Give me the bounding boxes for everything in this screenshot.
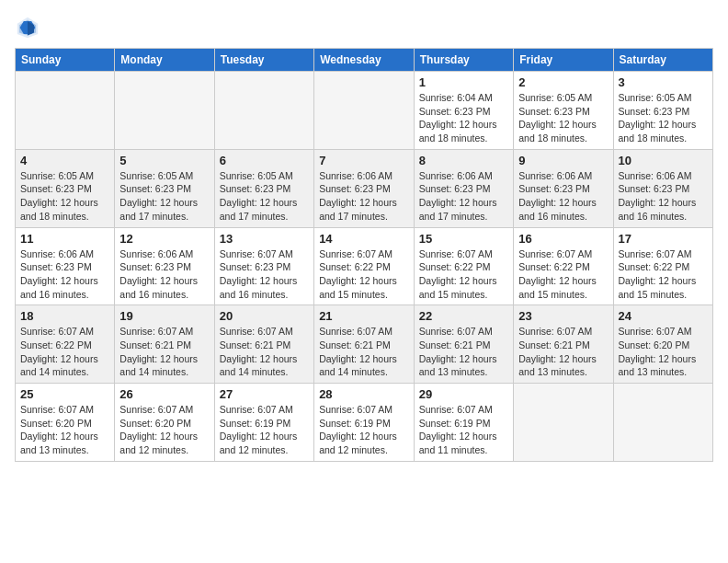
calendar-day-cell: 26Sunrise: 6:07 AMSunset: 6:20 PMDayligh… [115,384,214,462]
day-info: Sunrise: 6:07 AMSunset: 6:21 PMDaylight:… [419,325,508,379]
calendar-day-cell [214,72,313,150]
calendar-day-cell: 4Sunrise: 6:05 AMSunset: 6:23 PMDaylight… [16,149,115,227]
calendar-day-cell: 27Sunrise: 6:07 AMSunset: 6:19 PMDayligh… [214,384,313,462]
weekday-header-wednesday: Wednesday [314,49,415,72]
calendar-day-cell: 15Sunrise: 6:07 AMSunset: 6:22 PMDayligh… [414,227,513,305]
weekday-header-saturday: Saturday [613,49,713,72]
day-number: 4 [20,154,109,167]
day-info: Sunrise: 6:05 AMSunset: 6:23 PMDaylight:… [119,169,209,224]
day-info: Sunrise: 6:07 AMSunset: 6:20 PMDaylight:… [20,403,109,457]
day-number: 2 [518,75,608,89]
day-number: 26 [119,387,209,401]
day-number: 19 [119,309,209,323]
day-info: Sunrise: 6:05 AMSunset: 6:23 PMDaylight:… [518,91,608,145]
day-info: Sunrise: 6:06 AMSunset: 6:23 PMDaylight:… [119,247,209,302]
day-info: Sunrise: 6:07 AMSunset: 6:21 PMDaylight:… [319,325,409,379]
day-number: 22 [419,309,508,323]
page-header [15,15,713,40]
logo [15,15,44,40]
calendar-week-row: 4Sunrise: 6:05 AMSunset: 6:23 PMDaylight… [16,149,713,227]
calendar-week-row: 18Sunrise: 6:07 AMSunset: 6:22 PMDayligh… [16,305,713,384]
calendar-day-cell: 18Sunrise: 6:07 AMSunset: 6:22 PMDayligh… [16,305,115,384]
calendar-day-cell: 21Sunrise: 6:07 AMSunset: 6:21 PMDayligh… [314,305,415,384]
calendar-day-cell [514,384,613,462]
calendar-day-cell: 6Sunrise: 6:05 AMSunset: 6:23 PMDaylight… [214,149,313,227]
calendar-day-cell: 3Sunrise: 6:05 AMSunset: 6:23 PMDaylight… [613,72,713,150]
day-info: Sunrise: 6:07 AMSunset: 6:19 PMDaylight:… [319,403,409,457]
day-number: 24 [619,309,709,323]
calendar-day-cell: 20Sunrise: 6:07 AMSunset: 6:21 PMDayligh… [214,305,313,384]
day-number: 6 [220,154,309,167]
calendar-day-cell: 14Sunrise: 6:07 AMSunset: 6:22 PMDayligh… [314,227,415,305]
calendar-header-row: SundayMondayTuesdayWednesdayThursdayFrid… [16,49,713,72]
day-info: Sunrise: 6:06 AMSunset: 6:23 PMDaylight:… [419,169,508,224]
day-number: 18 [20,309,109,323]
calendar-day-cell: 22Sunrise: 6:07 AMSunset: 6:21 PMDayligh… [414,305,513,384]
day-number: 9 [518,154,608,167]
day-number: 16 [518,232,608,246]
calendar-day-cell: 25Sunrise: 6:07 AMSunset: 6:20 PMDayligh… [16,384,115,462]
calendar-day-cell: 16Sunrise: 6:07 AMSunset: 6:22 PMDayligh… [514,227,613,305]
day-info: Sunrise: 6:07 AMSunset: 6:22 PMDaylight:… [619,247,709,302]
day-number: 11 [20,232,109,246]
calendar-day-cell: 2Sunrise: 6:05 AMSunset: 6:23 PMDaylight… [514,72,613,150]
calendar-day-cell: 17Sunrise: 6:07 AMSunset: 6:22 PMDayligh… [613,227,713,305]
calendar-week-row: 11Sunrise: 6:06 AMSunset: 6:23 PMDayligh… [16,227,713,305]
day-info: Sunrise: 6:05 AMSunset: 6:23 PMDaylight:… [619,91,709,145]
calendar-day-cell [16,72,115,150]
calendar-day-cell: 23Sunrise: 6:07 AMSunset: 6:21 PMDayligh… [514,305,613,384]
calendar-day-cell [613,384,713,462]
day-info: Sunrise: 6:06 AMSunset: 6:23 PMDaylight:… [20,247,109,302]
day-info: Sunrise: 6:07 AMSunset: 6:21 PMDaylight:… [220,325,309,379]
calendar-table: SundayMondayTuesdayWednesdayThursdayFrid… [15,48,713,462]
day-info: Sunrise: 6:07 AMSunset: 6:20 PMDaylight:… [119,403,209,457]
day-info: Sunrise: 6:07 AMSunset: 6:22 PMDaylight:… [319,247,409,302]
calendar-day-cell: 8Sunrise: 6:06 AMSunset: 6:23 PMDaylight… [414,149,513,227]
day-number: 27 [220,387,309,401]
weekday-header-friday: Friday [514,49,613,72]
calendar-day-cell: 10Sunrise: 6:06 AMSunset: 6:23 PMDayligh… [613,149,713,227]
day-info: Sunrise: 6:07 AMSunset: 6:21 PMDaylight:… [518,325,608,379]
day-info: Sunrise: 6:07 AMSunset: 6:20 PMDaylight:… [619,325,709,379]
day-info: Sunrise: 6:06 AMSunset: 6:23 PMDaylight:… [518,169,608,224]
weekday-header-monday: Monday [115,49,214,72]
calendar-day-cell: 9Sunrise: 6:06 AMSunset: 6:23 PMDaylight… [514,149,613,227]
calendar-week-row: 25Sunrise: 6:07 AMSunset: 6:20 PMDayligh… [16,384,713,462]
calendar-week-row: 1Sunrise: 6:04 AMSunset: 6:23 PMDaylight… [16,72,713,150]
day-info: Sunrise: 6:07 AMSunset: 6:19 PMDaylight:… [220,403,309,457]
day-number: 25 [20,387,109,401]
calendar-day-cell: 19Sunrise: 6:07 AMSunset: 6:21 PMDayligh… [115,305,214,384]
day-info: Sunrise: 6:07 AMSunset: 6:23 PMDaylight:… [220,247,309,302]
day-number: 3 [619,75,709,89]
day-info: Sunrise: 6:05 AMSunset: 6:23 PMDaylight:… [220,169,309,224]
day-number: 17 [619,232,709,246]
day-number: 29 [419,387,508,401]
calendar-day-cell: 1Sunrise: 6:04 AMSunset: 6:23 PMDaylight… [414,72,513,150]
day-number: 1 [419,75,508,89]
day-number: 10 [619,154,709,167]
day-info: Sunrise: 6:06 AMSunset: 6:23 PMDaylight:… [319,169,409,224]
day-info: Sunrise: 6:05 AMSunset: 6:23 PMDaylight:… [20,169,109,224]
calendar-day-cell: 5Sunrise: 6:05 AMSunset: 6:23 PMDaylight… [115,149,214,227]
calendar-day-cell [115,72,214,150]
day-number: 28 [319,387,409,401]
calendar-day-cell [314,72,415,150]
day-number: 23 [518,309,608,323]
day-number: 5 [119,154,209,167]
day-info: Sunrise: 6:07 AMSunset: 6:21 PMDaylight:… [119,325,209,379]
calendar-day-cell: 7Sunrise: 6:06 AMSunset: 6:23 PMDaylight… [314,149,415,227]
day-info: Sunrise: 6:07 AMSunset: 6:22 PMDaylight:… [419,247,508,302]
day-number: 12 [119,232,209,246]
day-number: 15 [419,232,508,246]
calendar-day-cell: 29Sunrise: 6:07 AMSunset: 6:19 PMDayligh… [414,384,513,462]
weekday-header-tuesday: Tuesday [214,49,313,72]
day-info: Sunrise: 6:07 AMSunset: 6:19 PMDaylight:… [419,403,508,457]
day-number: 13 [220,232,309,246]
day-info: Sunrise: 6:07 AMSunset: 6:22 PMDaylight:… [518,247,608,302]
calendar-day-cell: 28Sunrise: 6:07 AMSunset: 6:19 PMDayligh… [314,384,415,462]
day-number: 7 [319,154,409,167]
weekday-header-sunday: Sunday [16,49,115,72]
calendar-day-cell: 24Sunrise: 6:07 AMSunset: 6:20 PMDayligh… [613,305,713,384]
calendar-day-cell: 11Sunrise: 6:06 AMSunset: 6:23 PMDayligh… [16,227,115,305]
day-number: 21 [319,309,409,323]
